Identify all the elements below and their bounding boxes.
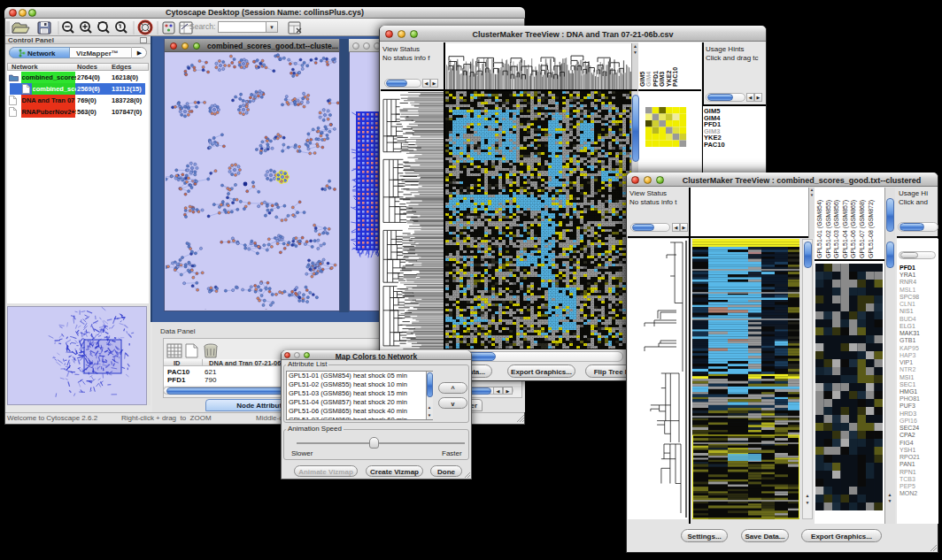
svg-text:GPL51-04 (GSM857): GPL51-04 (GSM857) bbox=[842, 200, 849, 258]
svg-text:GPL51-06 (GSM865): GPL51-06 (GSM865) bbox=[850, 200, 857, 258]
svg-text:GPL51-03 (GSM856): GPL51-03 (GSM856) bbox=[833, 200, 840, 258]
svg-text:GPL51-02 (GSM855): GPL51-02 (GSM855) bbox=[825, 200, 832, 258]
svg-text:GIM3: GIM3 bbox=[659, 72, 665, 87]
svg-text:GPL51-08 (GSM872): GPL51-08 (GSM872) bbox=[868, 200, 875, 258]
svg-text:GPL51-01 (GSM854): GPL51-01 (GSM854) bbox=[816, 200, 823, 258]
svg-text:YKE2: YKE2 bbox=[666, 71, 672, 87]
svg-text:PAC10: PAC10 bbox=[672, 67, 678, 87]
svg-text:GIM4: GIM4 bbox=[645, 72, 652, 87]
svg-text:GPL51-07 (GSM868): GPL51-07 (GSM868) bbox=[859, 200, 866, 258]
svg-text:PFD1: PFD1 bbox=[652, 71, 659, 87]
svg-text:GIM5: GIM5 bbox=[639, 72, 645, 87]
